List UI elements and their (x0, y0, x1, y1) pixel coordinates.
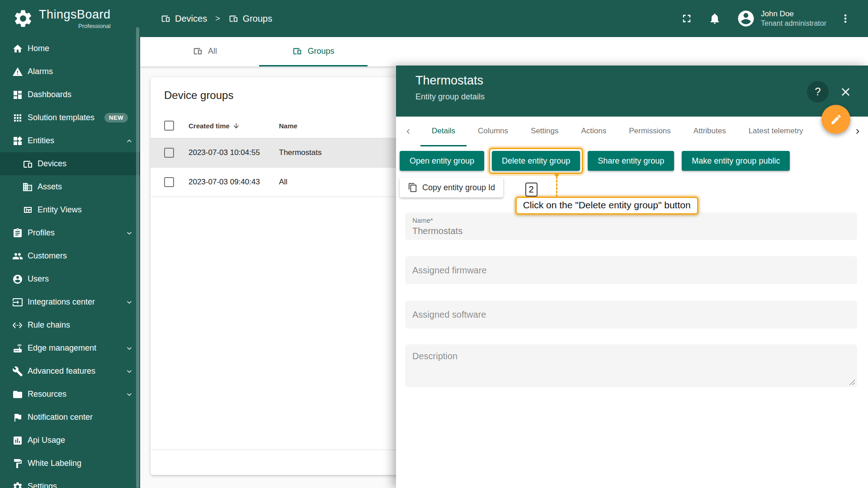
drawer-tab-permissions[interactable]: Permissions (618, 117, 682, 146)
sidebar-item-devices[interactable]: Devices (0, 152, 140, 175)
field-placeholder: Assigned firmware (412, 265, 487, 276)
assigned-firmware-field[interactable]: Assigned firmware (405, 256, 857, 284)
user-role: Tenant administrator (761, 19, 826, 28)
make-entity-group-public-button[interactable]: Make entity group public (682, 151, 790, 171)
tab-groups[interactable]: Groups (259, 37, 368, 66)
help-button[interactable]: ? (807, 81, 829, 103)
devices-icon (22, 159, 33, 169)
view-quilt-icon (22, 205, 33, 216)
edit-fab-button[interactable] (821, 105, 850, 134)
breadcrumb-separator: > (215, 14, 220, 23)
chevron-down-icon (125, 229, 134, 238)
row-checkbox[interactable] (164, 148, 174, 158)
user-avatar[interactable] (736, 9, 755, 28)
chevron-left-icon (403, 127, 413, 136)
domain-icon (22, 182, 33, 192)
sidebar-item-resources[interactable]: Resources (0, 383, 140, 406)
sidebar-item-dashboards[interactable]: Dashboards (0, 83, 140, 106)
sidebar-item-integrations-center[interactable]: Integrations center (0, 291, 140, 314)
cell-created-time: 2023-07-03 10:04:55 (189, 148, 279, 157)
sidebar-item-label: Devices (38, 159, 66, 169)
sidebar-item-label: Advanced features (28, 366, 95, 376)
tab-all[interactable]: All (151, 37, 259, 66)
sidebar-item-label: Rule chains (28, 320, 70, 330)
drawer-subtitle: Entity group details (415, 92, 868, 102)
column-label: Name (279, 122, 297, 130)
tabs-scroll-left-button[interactable] (396, 117, 420, 146)
column-label: Created time (189, 122, 230, 130)
sidebar-item-entity-views[interactable]: Entity Views (0, 198, 140, 221)
chart-icon (12, 435, 23, 446)
sidebar-item-settings[interactable]: Settings (0, 475, 140, 488)
button-label: Delete entity group (502, 156, 570, 165)
sidebar-item-label: Profiles (28, 228, 55, 238)
textarea-resize-handle[interactable] (849, 379, 855, 385)
fullscreen-icon[interactable] (680, 12, 693, 25)
tab-label: Settings (531, 127, 558, 136)
sidebar-item-customers[interactable]: Customers (0, 244, 140, 267)
tabs-scroll-right-button[interactable] (847, 117, 868, 146)
open-entity-group-button[interactable]: Open entity group (400, 151, 484, 171)
name-field-value: Thermostats (412, 226, 857, 236)
app-logo[interactable]: ThingsBoard Professional (0, 0, 140, 37)
delete-entity-group-button[interactable]: Delete entity group 2 Click on the "Dele… (492, 151, 580, 171)
sidebar-item-label: Alarms (28, 67, 53, 76)
sidebar-item-assets[interactable]: Assets (0, 175, 140, 198)
format-paint-icon (12, 458, 23, 469)
sidebar-item-notification-center[interactable]: Notification center (0, 406, 140, 429)
new-badge: NEW (104, 113, 128, 122)
tab-label: Groups (307, 47, 334, 56)
devices-icon (160, 14, 170, 23)
row-checkbox[interactable] (164, 177, 174, 187)
sidebar-item-solution-templates[interactable]: Solution templates NEW (0, 106, 140, 129)
build-icon (12, 366, 23, 377)
sidebar-item-users[interactable]: Users (0, 267, 140, 291)
user-name: John Doe (761, 9, 826, 19)
sidebar-item-label: Notification center (28, 413, 93, 422)
more-vert-icon[interactable] (839, 12, 852, 25)
sidebar-item-alarms[interactable]: Alarms (0, 60, 140, 83)
drawer-tab-columns[interactable]: Columns (467, 117, 519, 146)
drawer-tab-actions[interactable]: Actions (570, 117, 618, 146)
sidebar-item-label: Integrations center (28, 297, 95, 307)
breadcrumb-groups[interactable]: Groups (228, 14, 273, 24)
select-all-checkbox[interactable] (164, 121, 174, 131)
drawer-tab-attributes[interactable]: Attributes (682, 117, 737, 146)
name-field[interactable]: Name* Thermostats (405, 212, 857, 240)
assigned-software-field[interactable]: Assigned software (405, 300, 857, 328)
sidebar-scrollbar[interactable] (136, 27, 139, 488)
tab-label: Permissions (629, 127, 671, 136)
chevron-down-icon (125, 298, 134, 307)
sidebar-item-label: Assets (38, 182, 62, 192)
entities-icon (12, 136, 23, 146)
copy-entity-group-id-button[interactable]: Copy entity group Id (400, 178, 503, 197)
drawer-tab-settings[interactable]: Settings (519, 117, 570, 146)
sidebar-item-api-usage[interactable]: Api Usage (0, 429, 140, 452)
sidebar-item-profiles[interactable]: Profiles (0, 221, 140, 244)
logo-title: ThingsBoard (39, 8, 111, 22)
home-icon (12, 43, 23, 54)
folder-icon (12, 389, 23, 400)
drawer-tab-details[interactable]: Details (420, 117, 467, 146)
sidebar-item-home[interactable]: Home (0, 37, 140, 60)
chevron-right-icon (853, 127, 863, 136)
entity-group-form: Name* Thermostats Assigned firmware Assi… (405, 212, 857, 387)
description-field[interactable]: Description (405, 344, 857, 387)
column-header-created-time[interactable]: Created time (189, 122, 279, 130)
close-drawer-button[interactable] (835, 81, 856, 103)
tab-label: Attributes (693, 127, 726, 136)
notifications-bell-icon[interactable] (708, 12, 721, 25)
sidebar-item-entities[interactable]: Entities (0, 129, 140, 152)
drawer-tabs: Details Columns Settings Actions Permiss… (396, 117, 868, 146)
gear-icon (12, 481, 23, 488)
sidebar-item-rule-chains[interactable]: Rule chains (0, 314, 140, 337)
sidebar-item-edge-management[interactable]: Edge management (0, 337, 140, 360)
drawer-tab-latest-telemetry[interactable]: Latest telemetry (737, 117, 815, 146)
share-entity-group-button[interactable]: Share entity group (588, 151, 674, 171)
sidebar-item-white-labeling[interactable]: White Labeling (0, 452, 140, 475)
sidebar-item-advanced-features[interactable]: Advanced features (0, 360, 140, 383)
user-info: John Doe Tenant administrator (761, 9, 826, 28)
breadcrumb-devices[interactable]: Devices (160, 14, 207, 24)
devices-icon (292, 46, 302, 56)
chevron-down-icon (125, 390, 134, 399)
